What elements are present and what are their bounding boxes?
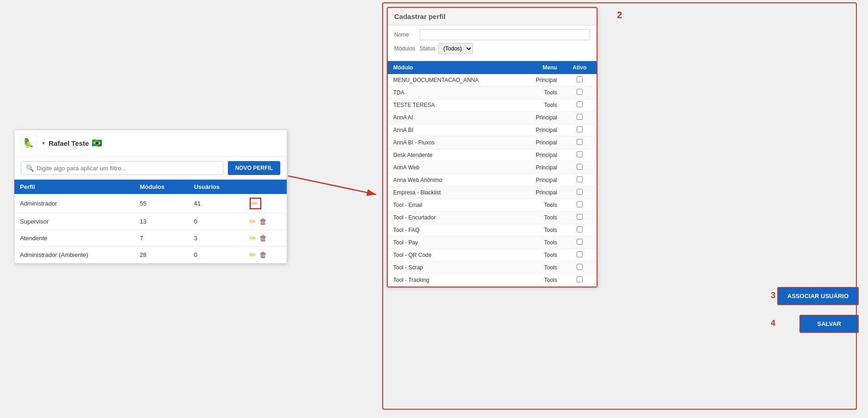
header-title-row: ▼ Rafael Teste 🇧🇷 xyxy=(41,138,102,148)
status-label: Status xyxy=(420,45,435,52)
module-checkbox[interactable] xyxy=(577,76,583,82)
cell-module-name: Empresa - Blacklist xyxy=(388,187,519,199)
dropdown-arrow-icon[interactable]: ▼ xyxy=(41,141,46,146)
module-checkbox[interactable] xyxy=(577,214,583,220)
cell-module-menu: Principal xyxy=(519,187,563,199)
edit-icon[interactable]: ✏ xyxy=(250,250,256,259)
col-modulo: Módulo xyxy=(388,61,519,74)
form-section: Nome Módulos Status (Todos) Ativo Inativ… xyxy=(388,25,597,61)
module-checkbox[interactable] xyxy=(577,114,583,120)
salvar-button[interactable]: SALVAR xyxy=(799,315,859,333)
module-checkbox[interactable] xyxy=(577,164,583,170)
delete-icon[interactable]: 🗑 xyxy=(259,251,267,259)
cell-module-ativo xyxy=(563,74,597,87)
table-row: Supervisor130✏🗑 xyxy=(14,213,287,230)
cell-module-name: TDA xyxy=(388,87,519,99)
cell-module-name: Tool - QR Code xyxy=(388,249,519,262)
nome-input[interactable] xyxy=(420,29,590,40)
status-select[interactable]: (Todos) Ativo Inativo xyxy=(438,43,473,54)
cell-module-name: TESTE TERESA xyxy=(388,99,519,112)
search-input[interactable] xyxy=(37,165,218,172)
cell-module-ativo xyxy=(563,99,597,112)
modulos-label: Módulos xyxy=(394,45,420,52)
module-checkbox[interactable] xyxy=(577,139,583,145)
edit-icon[interactable]: ✏ xyxy=(250,217,256,226)
cell-module-menu: Tools xyxy=(519,262,563,274)
cell-module-menu: Tools xyxy=(519,199,563,212)
novo-perfil-button[interactable]: NOVO PERFIL xyxy=(228,161,280,175)
cell-perfil: Atendente xyxy=(14,230,134,247)
cell-module-menu: Principal xyxy=(519,112,563,124)
edit-highlight-box: ✏ xyxy=(250,198,261,209)
action-icons: ✏🗑 xyxy=(250,250,281,259)
module-row: AnnA BI - FluxosPrincipal xyxy=(388,137,597,149)
module-row: Tool - QR CodeTools xyxy=(388,249,597,262)
cell-module-ativo xyxy=(563,162,597,174)
module-row: Tool - FAQTools xyxy=(388,224,597,237)
module-checkbox[interactable] xyxy=(577,226,583,232)
module-row: MENU_DOCUMENTACAO_ANNAPrincipal xyxy=(388,74,597,87)
cell-modulos: 7 xyxy=(134,230,189,247)
search-icon: 🔍 xyxy=(26,164,34,172)
cell-module-ativo xyxy=(563,199,597,212)
edit-icon[interactable]: ✏ xyxy=(252,200,258,207)
module-checkbox[interactable] xyxy=(577,201,583,207)
col-modulos: Módulos xyxy=(134,180,189,194)
module-checkbox[interactable] xyxy=(577,264,583,270)
action-icons: ✏🗑 xyxy=(250,234,281,243)
cell-actions: ✏ xyxy=(244,194,287,213)
annotation-number-4: 4 xyxy=(771,318,775,328)
module-checkbox[interactable] xyxy=(577,151,583,157)
cell-module-ativo xyxy=(563,224,597,237)
delete-icon[interactable]: 🗑 xyxy=(259,234,267,243)
delete-icon[interactable]: 🗑 xyxy=(259,218,267,226)
cell-module-menu: Tools xyxy=(519,249,563,262)
cell-module-name: Desk Atendente xyxy=(388,149,519,162)
module-checkbox[interactable] xyxy=(577,189,583,195)
module-checkbox[interactable] xyxy=(577,176,583,182)
table-row: Administrador5541✏ xyxy=(14,194,287,213)
module-row: Tool - EmailTools xyxy=(388,199,597,212)
cell-module-name: MENU_DOCUMENTACAO_ANNA xyxy=(388,74,519,87)
cell-module-name: Tool - FAQ xyxy=(388,224,519,237)
module-checkbox[interactable] xyxy=(577,251,583,257)
module-checkbox[interactable] xyxy=(577,89,583,95)
arrow-annotation xyxy=(283,167,385,204)
cell-module-ativo xyxy=(563,249,597,262)
module-row: AnnA WebPrincipal xyxy=(388,162,597,174)
module-row: Anna Web AnônimoPrincipal xyxy=(388,174,597,187)
module-row: Tool - TrackingTools xyxy=(388,274,597,287)
edit-icon[interactable]: ✏ xyxy=(250,234,256,243)
cell-module-menu: Tools xyxy=(519,212,563,224)
cell-module-menu: Tools xyxy=(519,87,563,99)
cell-module-ativo xyxy=(563,87,597,99)
associar-usuario-button[interactable]: ASSOCIAR USUÁRIO xyxy=(777,287,859,305)
action-icons: ✏🗑 xyxy=(250,217,281,226)
module-row: TESTE TERESATools xyxy=(388,99,597,112)
modulos-row: Módulos Status (Todos) Ativo Inativo xyxy=(394,43,590,54)
cell-module-ativo xyxy=(563,112,597,124)
profile-list-panel: 🦜 ▼ Rafael Teste 🇧🇷 🔍 NOVO PERFIL Perfil… xyxy=(14,130,287,264)
cell-module-name: AnnA BI - Fluxos xyxy=(388,137,519,149)
svg-line-3 xyxy=(288,176,376,194)
cell-module-ativo xyxy=(563,262,597,274)
cell-module-ativo xyxy=(563,174,597,187)
cell-module-menu: Principal xyxy=(519,174,563,187)
cell-module-name: Tool - Encurtador xyxy=(388,212,519,224)
module-checkbox[interactable] xyxy=(577,276,583,282)
module-checkbox[interactable] xyxy=(577,239,583,245)
module-row: AnnA BIPrincipal xyxy=(388,124,597,137)
cell-modulos: 28 xyxy=(134,247,189,263)
cell-actions: ✏🗑 xyxy=(244,230,287,247)
cell-module-name: Tool - Pay xyxy=(388,237,519,249)
module-checkbox[interactable] xyxy=(577,101,583,107)
module-checkbox[interactable] xyxy=(577,126,583,132)
cell-module-name: Tool - Email xyxy=(388,199,519,212)
cell-usuarios: 41 xyxy=(189,194,244,213)
profiles-table: Perfil Módulos Usuários Administrador554… xyxy=(14,180,287,263)
col-menu: Menu xyxy=(519,61,563,74)
module-row: Empresa - BlacklistPrincipal xyxy=(388,187,597,199)
cell-module-name: AnnA Web xyxy=(388,162,519,174)
svg-text:🦜: 🦜 xyxy=(23,137,34,149)
cell-module-menu: Principal xyxy=(519,74,563,87)
